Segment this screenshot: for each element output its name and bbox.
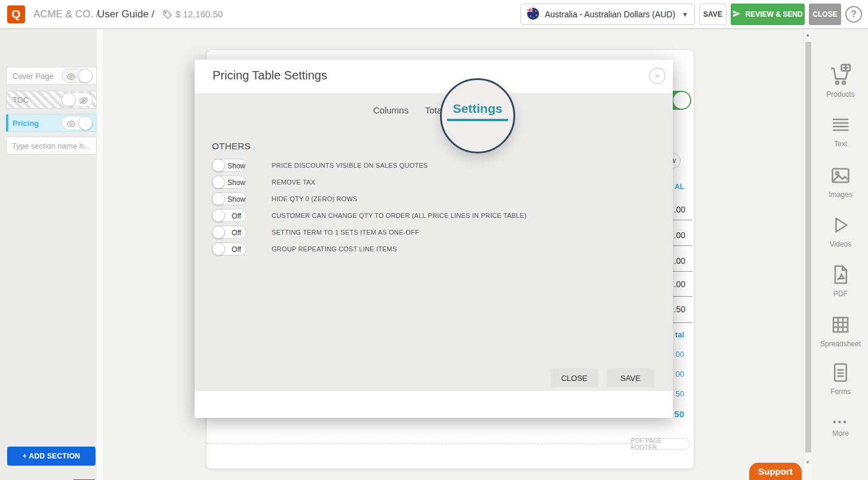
toggle-knob [212, 192, 225, 205]
section-label: TOC [13, 96, 61, 104]
toggle-state-label: Show [227, 195, 246, 204]
pricing-table-settings-modal: Pricing Table Settings ✕ Columns Totals … [195, 60, 673, 418]
save-button[interactable]: SAVE [699, 4, 727, 25]
toggle-knob [61, 93, 76, 107]
breadcrumb-company[interactable]: ACME & CO. / [33, 8, 99, 20]
toolbar-item-products[interactable]: Products [813, 63, 868, 99]
toolbar-item-pdf[interactable]: PDF [813, 264, 868, 298]
review-send-label: REVIEW & SEND [745, 10, 802, 19]
toggle-knob [212, 159, 225, 172]
toolbar-item-label: Forms [813, 387, 868, 396]
send-plane-icon [732, 10, 741, 20]
setting-row: Show REMOVE TAX [212, 176, 315, 189]
scrollbar-down-arrow-icon[interactable]: ▼ [805, 460, 810, 465]
scrollbar-up-arrow-icon[interactable]: ▲ [805, 32, 810, 38]
setting-label: SETTING TERM TO 1 SETS ITEM AS ONE-OFF [272, 229, 419, 236]
modal-header: Pricing Table Settings ✕ [195, 60, 673, 93]
others-group-heading: OTHERS [212, 141, 251, 151]
setting-label: PRICE DISCOUNTS VISIBLE ON SALES QUOTES [272, 162, 427, 169]
play-icon [830, 227, 851, 238]
toolbar-item-label: More [813, 429, 868, 438]
setting-row: Off GROUP REPEATING COST LINE ITEMS [212, 242, 397, 256]
support-button[interactable]: Support [749, 463, 802, 480]
review-send-button[interactable]: REVIEW & SEND [731, 4, 805, 25]
toggle-state-label: Show [227, 162, 246, 170]
table-row-divider [673, 322, 692, 323]
sidebar-item-toc[interactable]: TOC [6, 91, 97, 109]
toolbar-item-images[interactable]: Images [813, 165, 868, 199]
toolbar-item-more[interactable]: ••• More [813, 417, 868, 438]
sections-sidebar: Cover Page TOC Pricing [0, 29, 103, 480]
chevron-down-icon: ▼ [682, 11, 688, 18]
setting-label: HIDE QTY 0 (ZERO) ROWS [272, 195, 358, 202]
cart-plus-icon [829, 78, 852, 88]
toolbar-item-label: Spreadsheet [813, 340, 868, 348]
modal-close-icon[interactable]: ✕ [649, 67, 666, 84]
currency-selector-label: Australia - Australian Dollars (AUD) [544, 10, 675, 19]
scrollbar-thumb[interactable] [805, 42, 811, 453]
remove-tax-toggle[interactable]: Show [212, 176, 247, 189]
toolbar-item-spreadsheet[interactable]: Spreadsheet [813, 314, 868, 348]
toggle-knob [78, 69, 93, 83]
table-row-divider [673, 296, 692, 297]
currency-selector[interactable]: Australia - Australian Dollars (AUD) ▼ [521, 4, 695, 25]
breadcrumb-document[interactable]: User Guide / [97, 8, 154, 20]
cover-page-visibility-toggle[interactable] [61, 69, 93, 83]
sidebar-item-cover-page[interactable]: Cover Page [6, 67, 97, 85]
toolbar-item-forms[interactable]: Forms [813, 362, 868, 396]
setting-row: Off CUSTOMER CAN CHANGE QTY TO ORDER (AL… [212, 209, 527, 222]
modal-save-button[interactable]: SAVE [607, 368, 654, 387]
ellipsis-icon: ••• [833, 417, 848, 427]
toc-visibility-toggle[interactable] [61, 93, 93, 107]
toggle-knob [78, 116, 93, 130]
table-row-divider [673, 271, 692, 272]
toolbar-item-label: Products [813, 90, 868, 99]
setting-label: REMOVE TAX [272, 179, 315, 186]
toolbar-item-videos[interactable]: Videos [813, 214, 868, 248]
toggle-state-label: Off [227, 212, 246, 220]
text-lines-icon [830, 127, 851, 137]
modal-close-button[interactable]: CLOSE [550, 368, 598, 387]
image-icon [830, 178, 851, 188]
section-label: Pricing [13, 119, 61, 128]
spreadsheet-grid-icon [830, 327, 851, 337]
toolbar-item-text[interactable]: Text [813, 114, 868, 148]
new-section-name-input[interactable] [6, 137, 97, 155]
modal-footer: CLOSE SAVE [195, 391, 673, 418]
toggle-knob [673, 92, 690, 109]
tab-columns[interactable]: Columns [373, 105, 408, 115]
toggle-knob [212, 242, 225, 256]
add-section-button[interactable]: + ADD SECTION [7, 447, 96, 466]
table-row-divider [673, 245, 692, 246]
term-one-off-toggle[interactable]: Off [212, 226, 247, 239]
toolbar-item-label: Videos [813, 240, 868, 248]
setting-label: GROUP REPEATING COST LINE ITEMS [272, 245, 397, 253]
tab-settings[interactable]: Settings [442, 101, 513, 116]
customer-change-qty-toggle[interactable]: Off [212, 209, 247, 222]
pdf-file-icon [830, 277, 851, 287]
page-scrollbar[interactable]: ▲ ▼ [803, 29, 812, 480]
price-discounts-toggle[interactable]: Show [212, 159, 247, 172]
toggle-state-label: Off [227, 229, 246, 237]
pricing-visibility-toggle[interactable] [61, 116, 93, 130]
active-tab-underline [447, 119, 508, 121]
content-toolbar: Products Text Images [813, 29, 868, 480]
toggle-state-label: Off [227, 245, 246, 254]
app-window: Q ACME & CO. / User Guide / $ 12,160.50 [0, 0, 868, 480]
app-logo-icon[interactable]: Q [7, 5, 25, 23]
help-button[interactable]: ? [845, 6, 862, 23]
sidebar-item-pricing[interactable]: Pricing [6, 114, 97, 132]
hide-qty-zero-toggle[interactable]: Show [212, 192, 247, 205]
setting-row: Off SETTING TERM TO 1 SETS ITEM AS ONE-O… [212, 226, 419, 239]
top-header: Q ACME & CO. / User Guide / $ 12,160.50 [0, 0, 868, 29]
toolbar-item-label: Text [813, 140, 868, 148]
pdf-page-footer-label[interactable]: PDF PAGE FOOTER [630, 438, 690, 450]
close-document-button[interactable]: CLOSE [809, 4, 841, 25]
toggle-knob [212, 176, 225, 189]
eye-icon [66, 72, 76, 83]
magnifier-highlight-circle: Settings [440, 78, 515, 153]
form-doc-icon [830, 375, 851, 385]
group-repeating-cost-toggle[interactable]: Off [212, 242, 247, 256]
pdf-footer-dashed-line [207, 444, 632, 444]
setting-row: Show HIDE QTY 0 (ZERO) ROWS [212, 192, 358, 205]
